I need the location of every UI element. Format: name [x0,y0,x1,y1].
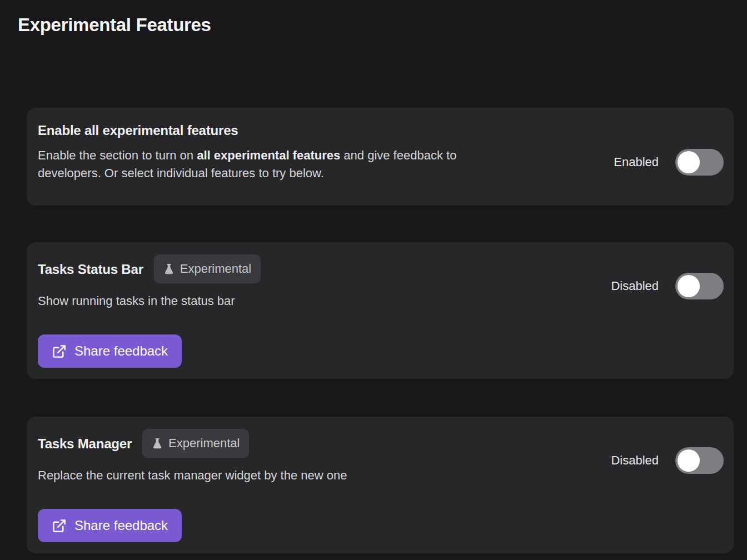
toggle-group: Disabled [611,273,724,299]
external-link-icon [52,344,67,359]
tasks-status-bar-toggle[interactable] [675,273,724,299]
toggle-knob [678,151,700,173]
description-text: and give feedback to [340,148,456,162]
badge-label: Experimental [168,436,240,451]
card-description: Enable the section to turn on all experi… [38,147,594,182]
toggle-knob [678,449,700,472]
external-link-icon [52,518,67,533]
toggle-group: Enabled [614,149,724,176]
card-title: Enable all experimental features [38,121,723,139]
toggle-state-label: Disabled [611,279,659,293]
experimental-badge: Experimental [142,429,249,458]
toggle-knob [678,275,700,297]
flask-icon [163,263,175,275]
badge-label: Experimental [180,262,251,276]
share-feedback-label: Share feedback [74,343,168,359]
description-text: Enable the section to turn on [38,148,197,162]
page-title: Experimental Features [18,14,211,36]
flask-icon [152,437,163,449]
experimental-badge: Experimental [154,254,261,283]
toggle-group: Disabled [611,447,724,474]
card-title: Tasks Manager [38,434,132,453]
card-title: Tasks Status Bar [38,260,143,278]
description-text: developers. Or select individual feature… [38,166,324,180]
enable-all-toggle[interactable] [675,149,724,176]
card-enable-all-experimental: Enable all experimental features Enable … [27,108,734,206]
card-tasks-manager: Tasks Manager Experimental Replace the c… [27,417,734,553]
card-tasks-status-bar: Tasks Status Bar Experimental Show runni… [27,242,734,379]
description-bold-text: all experimental features [197,148,340,162]
toggle-state-label: Enabled [614,155,659,169]
toggle-state-label: Disabled [611,453,659,468]
card-description: Show running tasks in the status bar [38,292,594,310]
share-feedback-button[interactable]: Share feedback [38,509,182,542]
card-description: Replace the current task manager widget … [38,467,594,484]
tasks-manager-toggle[interactable] [675,447,724,474]
share-feedback-label: Share feedback [74,518,168,533]
share-feedback-button[interactable]: Share feedback [38,334,182,368]
